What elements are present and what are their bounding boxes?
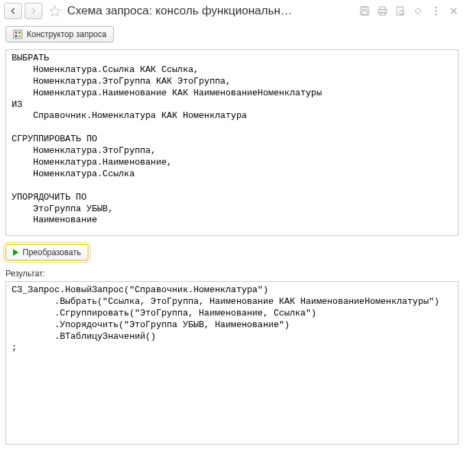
svg-rect-1 [363,7,367,10]
link-icon[interactable] [412,5,424,17]
svg-point-9 [435,7,437,9]
play-icon [13,249,19,256]
svg-rect-16 [19,35,21,37]
save-icon[interactable] [358,5,371,17]
query-constructor-button[interactable]: Конструктор запроса [5,26,114,43]
result-text: СЗ_Запрос.НовыйЗапрос("Справочник.Номенк… [12,285,452,354]
svg-rect-12 [14,30,22,38]
titlebar: Схема запроса: консоль функциональн… [0,0,464,22]
close-icon[interactable] [448,5,460,17]
transform-label: Преобразовать [23,248,81,257]
query-text: ВЫБРАТЬ Номенклатура.Ссылка КАК Ссылка, … [12,53,452,226]
svg-rect-2 [362,11,367,14]
window-title: Схема запроса: консоль функциональн… [67,4,356,18]
toolbar: Конструктор запроса [0,22,464,47]
transform-row: Преобразовать [0,239,464,266]
svg-rect-13 [15,32,17,34]
result-textarea[interactable]: СЗ_Запрос.НовыйЗапрос("Справочник.Номенк… [5,281,459,444]
svg-point-10 [435,10,437,12]
query-constructor-icon [13,29,23,39]
titlebar-actions [358,5,460,17]
more-icon[interactable] [430,5,442,17]
favorite-icon[interactable] [48,4,62,18]
result-label: Результат: [0,266,464,280]
svg-rect-15 [15,35,17,37]
svg-rect-3 [380,7,385,10]
forward-button[interactable] [25,3,42,19]
svg-rect-14 [19,32,21,34]
preview-icon[interactable] [394,5,406,17]
query-textarea[interactable]: ВЫБРАТЬ Номенклатура.Ссылка КАК Ссылка, … [5,49,459,236]
transform-button[interactable]: Преобразовать [5,244,88,261]
back-button[interactable] [4,3,22,19]
svg-point-11 [435,14,437,16]
query-constructor-label: Конструктор запроса [27,29,106,39]
print-icon[interactable] [376,5,389,17]
